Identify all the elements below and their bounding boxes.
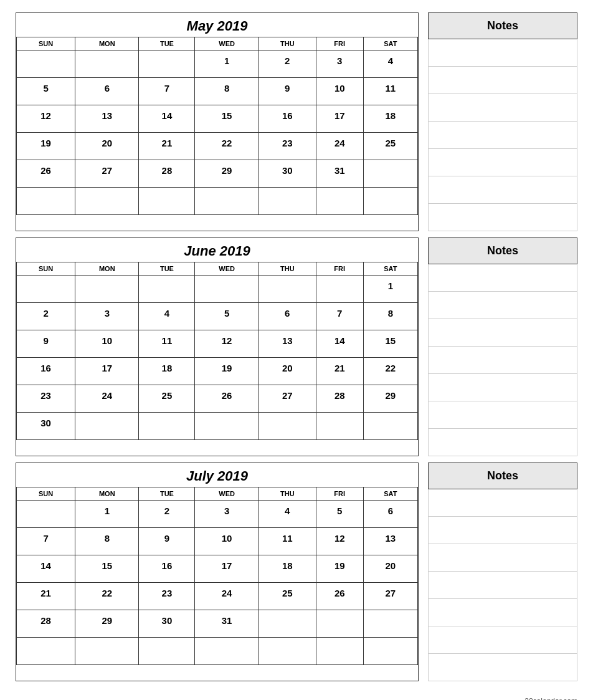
calendar-day-cell[interactable]: 8 <box>363 303 417 330</box>
calendar-day-cell[interactable]: 26 <box>195 385 259 413</box>
notes-line[interactable] <box>428 264 577 292</box>
notes-line[interactable] <box>428 599 577 626</box>
calendar-day-cell[interactable] <box>259 638 316 665</box>
calendar-day-cell[interactable]: 25 <box>139 385 195 413</box>
calendar-day-cell[interactable]: 17 <box>75 358 139 385</box>
calendar-day-cell[interactable]: 20 <box>363 555 417 583</box>
calendar-day-cell[interactable]: 6 <box>75 78 139 105</box>
calendar-day-cell[interactable]: 6 <box>363 501 417 528</box>
calendar-day-cell[interactable]: 21 <box>316 358 363 385</box>
calendar-day-cell[interactable] <box>363 610 417 638</box>
calendar-day-cell[interactable]: 21 <box>139 133 195 160</box>
calendar-day-cell[interactable]: 5 <box>17 78 75 105</box>
calendar-day-cell[interactable] <box>259 276 316 303</box>
calendar-day-cell[interactable]: 29 <box>363 385 417 413</box>
calendar-day-cell[interactable]: 2 <box>139 501 195 528</box>
notes-line[interactable] <box>428 517 577 544</box>
calendar-day-cell[interactable]: 28 <box>139 160 195 188</box>
calendar-day-cell[interactable]: 2 <box>259 50 316 78</box>
calendar-day-cell[interactable]: 16 <box>259 105 316 133</box>
calendar-day-cell[interactable]: 28 <box>316 385 363 413</box>
calendar-day-cell[interactable]: 15 <box>363 330 417 358</box>
calendar-day-cell[interactable]: 22 <box>195 133 259 160</box>
notes-line[interactable] <box>428 39 577 67</box>
calendar-day-cell[interactable]: 18 <box>363 105 417 133</box>
calendar-day-cell[interactable] <box>17 638 75 665</box>
calendar-day-cell[interactable]: 1 <box>363 276 417 303</box>
notes-line[interactable] <box>428 544 577 572</box>
calendar-day-cell[interactable] <box>17 50 75 78</box>
calendar-day-cell[interactable]: 27 <box>75 160 139 188</box>
calendar-day-cell[interactable]: 29 <box>195 160 259 188</box>
calendar-day-cell[interactable]: 3 <box>316 50 363 78</box>
calendar-day-cell[interactable] <box>139 638 195 665</box>
calendar-day-cell[interactable] <box>195 413 259 440</box>
calendar-day-cell[interactable]: 2 <box>17 303 75 330</box>
calendar-day-cell[interactable]: 7 <box>17 528 75 555</box>
calendar-day-cell[interactable]: 19 <box>195 358 259 385</box>
calendar-day-cell[interactable]: 11 <box>139 330 195 358</box>
notes-line[interactable] <box>428 401 577 429</box>
calendar-day-cell[interactable] <box>363 188 417 215</box>
calendar-day-cell[interactable]: 27 <box>259 385 316 413</box>
calendar-day-cell[interactable]: 11 <box>363 78 417 105</box>
calendar-day-cell[interactable]: 23 <box>17 385 75 413</box>
calendar-day-cell[interactable]: 11 <box>259 528 316 555</box>
calendar-day-cell[interactable] <box>75 50 139 78</box>
calendar-day-cell[interactable] <box>75 413 139 440</box>
calendar-day-cell[interactable] <box>259 610 316 638</box>
calendar-day-cell[interactable]: 6 <box>259 303 316 330</box>
calendar-day-cell[interactable]: 23 <box>259 133 316 160</box>
calendar-day-cell[interactable]: 15 <box>75 555 139 583</box>
calendar-day-cell[interactable]: 31 <box>316 160 363 188</box>
calendar-day-cell[interactable]: 26 <box>316 583 363 610</box>
calendar-day-cell[interactable] <box>195 638 259 665</box>
calendar-day-cell[interactable]: 20 <box>75 133 139 160</box>
notes-line[interactable] <box>428 176 577 204</box>
calendar-day-cell[interactable] <box>316 413 363 440</box>
calendar-day-cell[interactable]: 31 <box>195 610 259 638</box>
calendar-day-cell[interactable]: 25 <box>363 133 417 160</box>
calendar-day-cell[interactable]: 24 <box>195 583 259 610</box>
calendar-day-cell[interactable]: 9 <box>139 528 195 555</box>
calendar-day-cell[interactable] <box>139 188 195 215</box>
calendar-day-cell[interactable]: 5 <box>195 303 259 330</box>
calendar-day-cell[interactable] <box>75 188 139 215</box>
calendar-day-cell[interactable]: 3 <box>195 501 259 528</box>
calendar-day-cell[interactable]: 20 <box>259 358 316 385</box>
calendar-day-cell[interactable]: 19 <box>17 133 75 160</box>
notes-line[interactable] <box>428 626 577 654</box>
calendar-day-cell[interactable]: 25 <box>259 583 316 610</box>
calendar-day-cell[interactable]: 12 <box>17 105 75 133</box>
calendar-day-cell[interactable]: 30 <box>139 610 195 638</box>
calendar-day-cell[interactable]: 14 <box>17 555 75 583</box>
calendar-day-cell[interactable]: 12 <box>195 330 259 358</box>
calendar-day-cell[interactable]: 13 <box>259 330 316 358</box>
calendar-day-cell[interactable]: 4 <box>363 50 417 78</box>
calendar-day-cell[interactable]: 27 <box>363 583 417 610</box>
calendar-day-cell[interactable]: 16 <box>17 358 75 385</box>
notes-line[interactable] <box>428 149 577 176</box>
calendar-day-cell[interactable]: 12 <box>316 528 363 555</box>
calendar-day-cell[interactable]: 10 <box>316 78 363 105</box>
calendar-day-cell[interactable]: 28 <box>17 610 75 638</box>
calendar-day-cell[interactable]: 14 <box>316 330 363 358</box>
notes-line[interactable] <box>428 292 577 319</box>
calendar-day-cell[interactable]: 4 <box>259 501 316 528</box>
calendar-day-cell[interactable]: 29 <box>75 610 139 638</box>
notes-line[interactable] <box>428 67 577 94</box>
calendar-day-cell[interactable]: 24 <box>316 133 363 160</box>
notes-line[interactable] <box>428 572 577 599</box>
calendar-day-cell[interactable]: 17 <box>316 105 363 133</box>
calendar-day-cell[interactable] <box>17 276 75 303</box>
calendar-day-cell[interactable]: 10 <box>195 528 259 555</box>
notes-line[interactable] <box>428 489 577 517</box>
calendar-day-cell[interactable]: 26 <box>17 160 75 188</box>
calendar-day-cell[interactable]: 17 <box>195 555 259 583</box>
calendar-day-cell[interactable]: 1 <box>195 50 259 78</box>
notes-line[interactable] <box>428 122 577 149</box>
calendar-day-cell[interactable] <box>139 50 195 78</box>
calendar-day-cell[interactable] <box>363 413 417 440</box>
notes-line[interactable] <box>428 204 577 231</box>
calendar-day-cell[interactable] <box>17 501 75 528</box>
